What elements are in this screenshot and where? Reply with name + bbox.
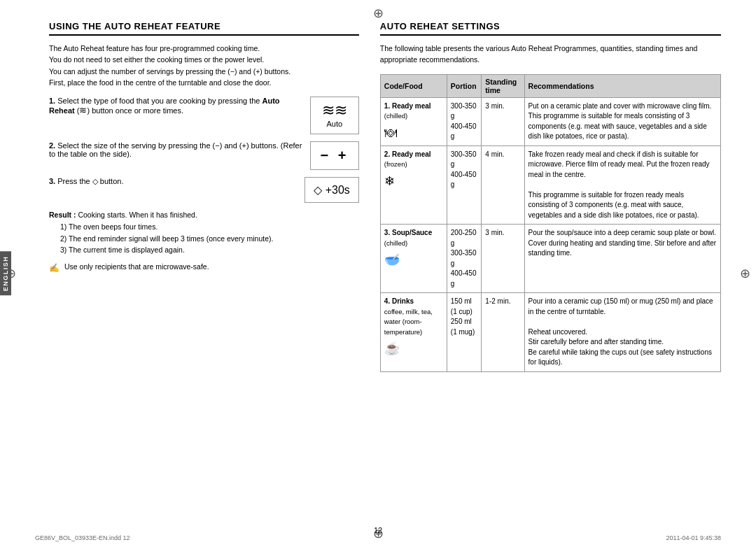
result-section: Result : Cooking starts. When it has fin… xyxy=(49,210,359,256)
step-1-content: 1. Select the type of food that you are … xyxy=(49,97,303,115)
step-1-number: 1. xyxy=(49,97,55,105)
standing-cell-1: 3 min. xyxy=(482,97,524,145)
food-sub-2: (frozen) xyxy=(384,160,407,168)
food-cell-3: 3. Soup/Sauce (chilled) 🥣 xyxy=(380,225,447,293)
step-3-content: 3. Press the ◇ button. xyxy=(49,177,298,186)
standing-cell-4: 1-2 min. xyxy=(482,293,524,372)
rec-cell-1: Put on a ceramic plate and cover with mi… xyxy=(524,97,720,145)
food-sub-1: (chilled) xyxy=(384,112,407,120)
table-row: 1. Ready meal (chilled) 🍽 300-350 g400-4… xyxy=(380,97,720,145)
footer-left: GE86V_BOL_03933E-EN.indd 12 xyxy=(35,534,130,541)
food-sub-4: coffee, milk, tea, water (room-temperatu… xyxy=(384,308,433,336)
food-cell-2: 2. Ready meal (frozen) ❄ xyxy=(380,145,447,225)
rec-cell-4: Pour into a ceramic cup (150 ml) or mug … xyxy=(524,293,720,372)
left-section-intro: The Auto Reheat feature has four pre-pro… xyxy=(49,43,359,88)
step-3-box: ◇ +30s xyxy=(304,177,359,203)
portion-cell-1: 300-350 g400-450 g xyxy=(447,97,482,145)
table-row: 2. Ready meal (frozen) ❄ 300-350 g400-45… xyxy=(380,145,720,225)
compass-top-icon: ⊕ xyxy=(373,6,384,21)
page: ⊕ ⊕ ⊕ ⊕ ENGLISH USING THE AUTO REHEAT FE… xyxy=(0,0,756,547)
col-header-food: Code/Food xyxy=(380,74,447,97)
food-name-3: 3. Soup/Sauce xyxy=(384,229,432,236)
food-cell-1: 1. Ready meal (chilled) 🍽 xyxy=(380,97,447,145)
step-1-box: ≋≋ Auto xyxy=(310,97,359,134)
step-2-box: − + xyxy=(310,141,359,170)
food-icon-2: ❄ xyxy=(384,172,443,190)
rec-cell-2: Take frozen ready meal and check if dish… xyxy=(524,145,720,225)
col-header-portion: Portion xyxy=(447,74,482,97)
footer: GE86V_BOL_03933E-EN.indd 12 2011-04-01 9… xyxy=(35,534,721,541)
table-header-row: Code/Food Portion Standing time Recommen… xyxy=(380,74,720,97)
col-header-standing: Standing time xyxy=(482,74,524,97)
food-icon-4: ☕ xyxy=(384,339,443,357)
intro-line-3: You can adjust the number of servings by… xyxy=(49,67,290,76)
step-3-number: 3. xyxy=(49,177,55,185)
food-sub-3: (chilled) xyxy=(384,239,407,247)
rec-cell-3: Pour the soup/sauce into a deep ceramic … xyxy=(524,225,720,293)
left-column: USING THE AUTO REHEAT FEATURE The Auto R… xyxy=(49,21,359,526)
result-sub-3: 3) The current time is displayed again. xyxy=(60,244,359,256)
standing-cell-3: 3 min. xyxy=(482,225,524,293)
food-cell-4: 4. Drinks coffee, milk, tea, water (room… xyxy=(380,293,447,372)
result-sub-2: 2) The end reminder signal will beep 3 t… xyxy=(60,233,359,245)
reheat-table: Code/Food Portion Standing time Recommen… xyxy=(380,74,721,372)
note-text: Use only recipients that are microwave-s… xyxy=(64,262,209,273)
steam-icon: ≋≋ xyxy=(322,103,347,118)
note-section: ✍ Use only recipients that are microwave… xyxy=(49,262,359,274)
left-section-title: USING THE AUTO REHEAT FEATURE xyxy=(49,21,359,36)
compass-right-icon: ⊕ xyxy=(740,266,750,281)
portion-cell-2: 300-350 g400-450 g xyxy=(447,145,482,225)
step-1-text-suffix: ) button once or more times. xyxy=(87,106,183,115)
food-icon-1: 🍽 xyxy=(384,124,443,142)
diamond-plus30-icon: ◇ +30s xyxy=(314,183,350,197)
step-2-row: 2. Select the size of the serving by pre… xyxy=(49,141,359,170)
table-row: 4. Drinks coffee, milk, tea, water (room… xyxy=(380,293,720,372)
portion-cell-3: 200-250 g300-350 g400-450 g xyxy=(447,225,482,293)
step-1-row: 1. Select the type of food that you are … xyxy=(49,97,359,134)
note-icon: ✍ xyxy=(49,262,60,274)
right-section-intro: The following table presents the various… xyxy=(380,43,721,66)
footer-right: 2011-04-01 9:45:38 xyxy=(666,534,721,541)
standing-cell-2: 4 min. xyxy=(482,145,524,225)
step-3-text: Press the ◇ button. xyxy=(57,177,123,185)
result-sublist: 1) The oven beeps four times. 2) The end… xyxy=(49,221,359,256)
food-icon-3: 🥣 xyxy=(384,250,443,269)
step-2-number: 2. xyxy=(49,141,55,150)
step-2-content: 2. Select the size of the serving by pre… xyxy=(49,141,303,158)
main-content: USING THE AUTO REHEAT FEATURE The Auto R… xyxy=(49,21,721,526)
col-header-recs: Recommendations xyxy=(524,74,720,97)
minus-plus-icon: − + xyxy=(320,148,349,164)
language-tab: ENGLISH xyxy=(0,252,11,296)
intro-line-1: The Auto Reheat feature has four pre-pro… xyxy=(49,44,260,52)
step-3-row: 3. Press the ◇ button. ◇ +30s xyxy=(49,177,359,203)
auto-label: Auto xyxy=(327,120,343,128)
table-row: 3. Soup/Sauce (chilled) 🥣 200-250 g300-3… xyxy=(380,225,720,293)
right-section-title: AUTO REHEAT SETTINGS xyxy=(380,21,721,36)
result-sub-1: 1) The oven beeps four times. xyxy=(60,221,359,233)
page-number: 12 xyxy=(374,526,382,534)
portion-cell-4: 150 ml(1 cup)250 ml(1 mug) xyxy=(447,293,482,372)
result-label: Result : xyxy=(49,211,76,219)
auto-reheat-icon-inline: ≋ xyxy=(79,105,87,115)
intro-line-2: You do not need to set either the cookin… xyxy=(49,55,264,64)
food-name-4: 4. Drinks xyxy=(384,297,414,305)
step-2-text: Select the size of the serving by pressi… xyxy=(49,141,302,158)
right-column: AUTO REHEAT SETTINGS The following table… xyxy=(380,21,721,526)
intro-line-4: First, place the food in the centre of t… xyxy=(49,78,272,87)
result-text-val: Cooking starts. When it has finished. xyxy=(78,211,197,219)
food-name-1: 1. Ready meal xyxy=(384,102,431,110)
food-name-2: 2. Ready meal xyxy=(384,150,431,158)
